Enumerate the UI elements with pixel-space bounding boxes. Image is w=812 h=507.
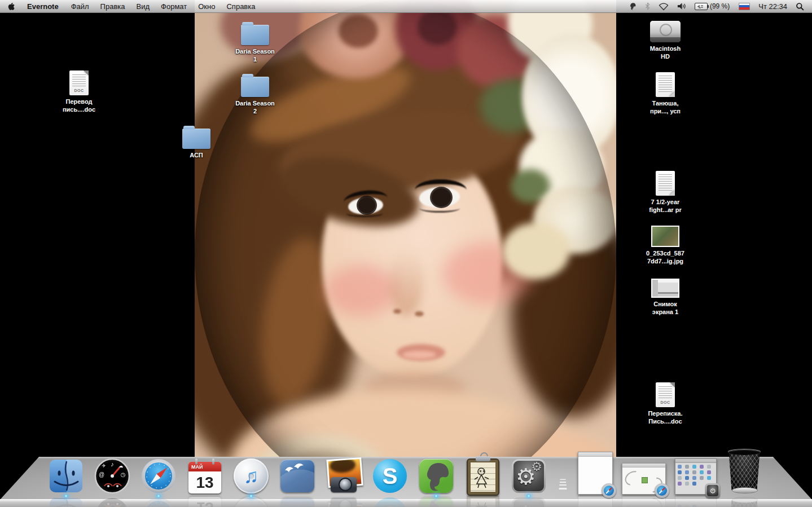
safari-icon [140, 457, 177, 495]
airport-wifi-icon[interactable] [654, 0, 673, 12]
ical-icon: МАЙ 13 [186, 457, 223, 495]
desktop-icon-macintosh-hd[interactable]: Macintosh HD [634, 19, 696, 61]
dock-itunes[interactable]: ♫ [232, 457, 270, 495]
bluetooth-icon[interactable] [641, 0, 654, 12]
clipboard-sketch-icon [464, 457, 501, 495]
desktop-icon-tanyusha-txt[interactable]: Танюша, при..., усп [634, 72, 696, 116]
desktop-icon-label: 0_253cd_587 7dd7...ig.jpg [646, 249, 684, 266]
iphoto-lens [339, 478, 352, 491]
desktop-icon-label: 7 1/2-year fight...ar pr [649, 198, 681, 214]
doc-lines [72, 74, 86, 87]
calendar-ring [212, 458, 214, 465]
apple-menu[interactable] [0, 0, 20, 12]
desktop-icon-label: Daria Season 1 [235, 47, 275, 64]
desktop-icon-label: Перевод пись....doc [63, 98, 95, 114]
dock-skype[interactable]: S [371, 457, 409, 495]
folder-icon [182, 129, 210, 149]
evernote-status-icon[interactable] [624, 0, 641, 12]
desktop-icon-fight-txt[interactable]: 7 1/2-year fight...ar pr [634, 171, 696, 214]
dashboard-icon: ♪ @ ◷ ☁ ✈ [94, 457, 131, 495]
skype-letter: S [383, 464, 398, 489]
dock-evernote[interactable] [418, 457, 455, 495]
image-thumbnail-content [652, 227, 678, 246]
menu-app-name[interactable]: Evernote [20, 0, 65, 12]
calendar-ring [195, 458, 197, 465]
desktop-icon-label: Снимок экрана 1 [652, 300, 678, 316]
dock-openoffice[interactable] [279, 457, 316, 495]
apple-icon [8, 2, 15, 11]
running-indicator-system-preferences [526, 495, 531, 497]
svg-text:@: @ [99, 471, 104, 478]
iphoto-camera-light [358, 480, 360, 482]
dock-system-preferences[interactable]: ⚙ ⚙ [510, 457, 547, 495]
desktop-icon-asp[interactable]: АСП [165, 125, 227, 159]
volume-icon[interactable] [673, 0, 691, 12]
menu-bar: Evernote Файл Правка Вид Формат Окно Спр… [0, 0, 812, 13]
system-preferences-icon: ⚙ ⚙ [510, 457, 547, 495]
safari-badge-icon [655, 483, 669, 498]
gear-icon: ⚙ [516, 465, 536, 488]
dock-items: ♪ @ ◷ ☁ ✈ [47, 449, 763, 495]
openoffice-icon [279, 457, 316, 495]
input-language-flag-ru[interactable] [735, 0, 754, 12]
battery-icon [695, 3, 708, 10]
desktop-icon-daria-season-2[interactable]: Daria Season 2 [224, 73, 286, 116]
system-preferences-badge-icon: ⚙ [705, 483, 720, 498]
desktop-icon-label: Daria Season 2 [235, 99, 275, 116]
dock-shelf-front [0, 499, 812, 507]
safari-badge-icon [602, 483, 616, 498]
dock-dashboard[interactable]: ♪ @ ◷ ☁ ✈ [94, 457, 131, 495]
dock-minimized-safari-window-1[interactable] [578, 452, 613, 495]
desktop-icon-label: Macintosh HD [650, 45, 681, 61]
dock-ical[interactable]: МАЙ 13 [186, 457, 223, 495]
doc-file-icon: DOC [656, 382, 675, 407]
text-file-icon [656, 72, 675, 97]
dock-trash[interactable] [726, 449, 763, 495]
desktop-icon-label: Танюша, при..., усп [650, 99, 681, 116]
calendar-month: МАЙ [188, 462, 221, 471]
desktop-icon-daria-season-1[interactable]: Daria Season 1 [224, 21, 286, 64]
dock-minimized-system-preferences-window[interactable]: ⚙ [675, 458, 717, 495]
calendar-day: 13 [188, 471, 221, 493]
running-indicator-safari [156, 495, 161, 497]
dock-finder[interactable] [47, 457, 85, 495]
finder-icon [47, 457, 85, 495]
dock-minimized-safari-window-2[interactable] [622, 463, 666, 495]
running-indicator-itunes [249, 495, 253, 497]
menu-bar-clock[interactable]: Чт 22:34 [754, 0, 792, 12]
dock-clipboard-sketch[interactable] [464, 457, 501, 495]
menu-view[interactable]: Вид [131, 0, 156, 12]
menu-file[interactable]: Файл [65, 0, 95, 12]
battery-percent: (99 %) [708, 2, 731, 10]
image-thumbnail-icon [651, 226, 679, 247]
dock-iphoto[interactable] [325, 457, 362, 495]
menu-bar-left: Evernote Файл Правка Вид Формат Окно Спр… [0, 0, 261, 12]
dock-safari[interactable] [140, 457, 177, 495]
menu-format[interactable]: Формат [155, 0, 192, 12]
dock: ♪ @ ◷ ☁ ✈ [0, 442, 812, 507]
desktop-icon-label: Переписка. Пись....doc [648, 409, 682, 426]
menu-help[interactable]: Справка [221, 0, 261, 12]
desktop-icon-perepiska-doc[interactable]: DOC Переписка. Пись....doc [634, 382, 696, 426]
itunes-icon: ♫ [232, 457, 270, 495]
desktop-icon-screenshot-1[interactable]: Снимок экрана 1 [634, 279, 696, 316]
doc-file-icon: DOC [69, 70, 89, 95]
menu-window[interactable]: Окно [192, 0, 221, 12]
dock-separator-dashes [559, 479, 567, 492]
doc-lines [659, 386, 672, 399]
battery-status[interactable]: (99 %) [691, 0, 735, 12]
text-lines [659, 174, 672, 192]
doc-badge: DOC [69, 89, 89, 92]
running-indicator-evernote [434, 495, 438, 497]
spotlight-icon[interactable] [792, 0, 812, 12]
desktop-icon-jpg-image[interactable]: 0_253cd_587 7dd7...ig.jpg [634, 226, 696, 266]
menu-edit[interactable]: Правка [95, 0, 131, 12]
running-indicator-finder [64, 495, 68, 497]
desktop-icon-label: АСП [190, 151, 203, 159]
text-file-icon [656, 171, 675, 196]
desktop: DOC Перевод пись....doc Daria Season 1 D… [0, 0, 812, 507]
menu-bar-status: (99 %) Чт 22:34 [624, 0, 812, 12]
desktop-icon-perevod-doc[interactable]: DOC Перевод пись....doc [48, 70, 110, 114]
doc-badge: DOC [656, 400, 675, 404]
folder-icon [241, 77, 269, 97]
